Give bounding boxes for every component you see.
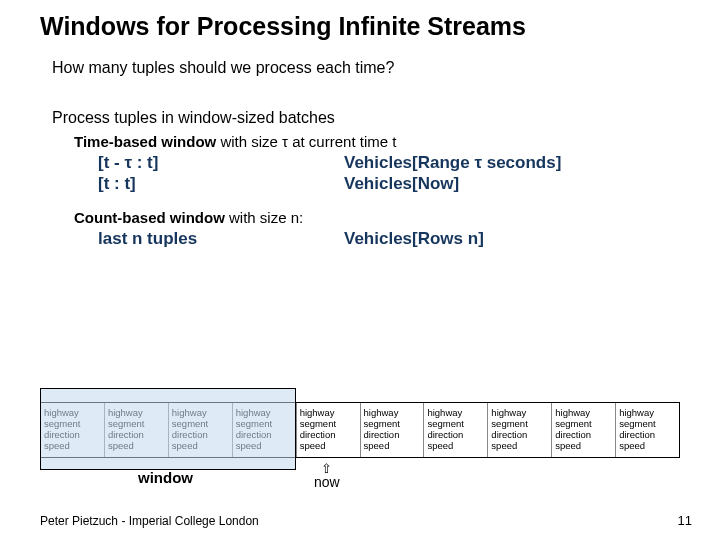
question-text: How many tuples should we process each t…	[52, 59, 720, 77]
tuple-cell: highwaysegmentdirectionspeed	[361, 403, 425, 457]
tuple-cell: highwaysegmentdirectionspeed	[169, 403, 233, 457]
time-window-rows: [t - τ : t] [t : t] Vehicles[Range τ sec…	[52, 152, 720, 195]
section-heading: Process tuples in window-sized batches	[52, 109, 720, 127]
count-window-heading-bold: Count-based window	[74, 209, 225, 226]
page-number: 11	[678, 513, 692, 528]
count-window-heading-rest: with size n:	[225, 209, 303, 226]
time-row2-right: Vehicles[Now]	[344, 173, 720, 194]
slide-title: Windows for Processing Infinite Streams	[0, 0, 720, 41]
now-label: now	[314, 474, 340, 490]
footer-author: Peter Pietzuch - Imperial College London	[40, 514, 259, 528]
tuple-stream: highwaysegmentdirectionspeedhighwaysegme…	[40, 402, 680, 458]
tuple-cell: highwaysegmentdirectionspeed	[488, 403, 552, 457]
count-window-rows: last n tuples Vehicles[Rows n]	[52, 228, 720, 249]
stream-diagram: highwaysegmentdirectionspeedhighwaysegme…	[40, 402, 680, 458]
now-marker: ⇧ now	[314, 462, 340, 489]
time-row1-right: Vehicles[Range τ seconds]	[344, 152, 720, 173]
tuple-cell: highwaysegmentdirectionspeed	[41, 403, 105, 457]
tuple-cell: highwaysegmentdirectionspeed	[233, 403, 297, 457]
tuple-cell: highwaysegmentdirectionspeed	[552, 403, 616, 457]
count-row1-left: last n tuples	[98, 228, 344, 249]
tuple-cell: highwaysegmentdirectionspeed	[105, 403, 169, 457]
time-window-heading-rest: with size τ at current time t	[216, 133, 396, 150]
tuple-cell: highwaysegmentdirectionspeed	[297, 403, 361, 457]
count-row1-right: Vehicles[Rows n]	[344, 228, 720, 249]
time-row1-left: [t - τ : t]	[98, 152, 344, 173]
tuple-cell: highwaysegmentdirectionspeed	[424, 403, 488, 457]
count-window-heading: Count-based window with size n:	[52, 209, 720, 226]
time-row2-left: [t : t]	[98, 173, 344, 194]
time-window-heading: Time-based window with size τ at current…	[52, 133, 720, 150]
window-label: window	[138, 469, 193, 486]
time-window-heading-bold: Time-based window	[74, 133, 216, 150]
slide-body: How many tuples should we process each t…	[0, 41, 720, 249]
tuple-cell: highwaysegmentdirectionspeed	[616, 403, 679, 457]
